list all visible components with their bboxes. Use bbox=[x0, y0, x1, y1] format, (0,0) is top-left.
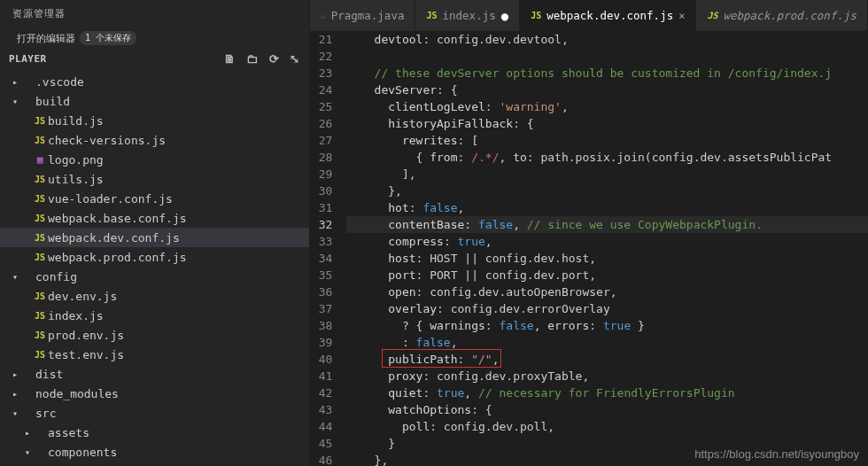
code-line[interactable]: publicPath: "/", bbox=[346, 351, 868, 368]
chevron-icon bbox=[12, 97, 19, 106]
tab-Pragma-java[interactable]: ♨Pragma.java bbox=[310, 0, 416, 31]
code-line[interactable]: historyApiFallback: { bbox=[346, 115, 868, 132]
code-line[interactable]: // these devServer options should be cus… bbox=[346, 65, 868, 82]
collapse-icon[interactable]: ⤡ bbox=[290, 52, 300, 66]
code-line[interactable]: host: HOST || config.dev.host, bbox=[346, 250, 868, 267]
file-vue-loader-conf-js[interactable]: JSvue-loader.conf.js bbox=[0, 189, 309, 208]
file-label: webpack.base.conf.js bbox=[48, 212, 187, 225]
close-icon[interactable]: × bbox=[678, 10, 685, 22]
image-icon: ▦ bbox=[32, 154, 48, 166]
tab-webpack-dev-conf-js[interactable]: JSwebpack.dev.conf.js× bbox=[520, 0, 696, 31]
file-webpack-base-conf-js[interactable]: JSwebpack.base.conf.js bbox=[0, 208, 309, 228]
chevron-icon bbox=[12, 369, 19, 379]
folder-node_modules[interactable]: node_modules bbox=[0, 384, 309, 403]
file-test-env-js[interactable]: JStest.env.js bbox=[0, 345, 309, 364]
line-number: 37 bbox=[319, 300, 333, 317]
new-file-icon[interactable]: 🗎 bbox=[224, 52, 236, 66]
folder-dist[interactable]: dist bbox=[0, 364, 309, 384]
refresh-icon[interactable]: ⟳ bbox=[269, 52, 280, 66]
code-line[interactable]: ? { warnings: false, errors: true } bbox=[346, 317, 868, 334]
file-label: check-versions.js bbox=[48, 134, 166, 147]
file-label: test.env.js bbox=[48, 348, 124, 361]
line-number: 22 bbox=[319, 48, 333, 65]
folder-config[interactable]: config bbox=[0, 267, 309, 286]
code-line[interactable]: port: PORT || config.dev.port, bbox=[346, 267, 868, 283]
code-line[interactable]: open: config.dev.autoOpenBrowser, bbox=[346, 283, 868, 300]
watermark: https://blog.csdn.net/isyoungboy bbox=[694, 447, 859, 461]
js-icon: JS bbox=[32, 291, 48, 301]
chevron-icon bbox=[25, 447, 32, 457]
file-index-js[interactable]: JSindex.js bbox=[0, 306, 309, 325]
file-label: webpack.dev.conf.js bbox=[48, 231, 180, 245]
code-line[interactable]: }, bbox=[346, 183, 868, 199]
tab-bar[interactable]: ♨Pragma.javaJSindex.js●JSwebpack.dev.con… bbox=[310, 0, 868, 31]
file-prod-env-js[interactable]: JSprod.env.js bbox=[0, 325, 309, 345]
code-line[interactable]: poll: config.dev.poll, bbox=[346, 418, 868, 435]
folder-src[interactable]: src bbox=[0, 403, 309, 423]
line-number: 34 bbox=[319, 250, 333, 267]
code-line[interactable]: watchOptions: { bbox=[346, 401, 868, 418]
file-label: dist bbox=[35, 368, 63, 381]
code-line[interactable]: ], bbox=[346, 166, 868, 183]
js-icon: JS bbox=[32, 311, 48, 321]
code-area[interactable]: 2122232425262728293031323334353637383940… bbox=[310, 31, 868, 466]
file-label: src bbox=[35, 407, 56, 420]
file-build-js[interactable]: JSbuild.js bbox=[0, 111, 309, 130]
file-label: build bbox=[35, 95, 70, 108]
code-line[interactable]: devtool: config.dev.devtool, bbox=[346, 31, 868, 48]
code-line[interactable]: contentBase: false, // since we use Copy… bbox=[346, 216, 868, 233]
code-line[interactable]: compress: true, bbox=[346, 233, 868, 250]
file-logo-png[interactable]: ▦logo.png bbox=[0, 150, 309, 169]
js-icon: JS bbox=[32, 252, 48, 262]
line-number: 25 bbox=[319, 98, 333, 115]
tab-index-js[interactable]: JSindex.js● bbox=[415, 0, 520, 31]
code-line[interactable]: devServer: { bbox=[346, 82, 868, 98]
code-line[interactable]: rewrites: [ bbox=[346, 132, 868, 149]
line-number: 31 bbox=[319, 199, 333, 216]
file-check-versions-js[interactable]: JScheck-versions.js bbox=[0, 130, 309, 150]
line-number: 40 bbox=[319, 351, 333, 368]
java-icon: ♨ bbox=[321, 11, 326, 20]
folder-build[interactable]: build bbox=[0, 91, 309, 111]
file-label: config bbox=[35, 270, 77, 283]
file-utils-js[interactable]: JSutils.js bbox=[0, 169, 309, 189]
project-header[interactable]: PLAYER 🗎 🗀 ⟳ ⤡ bbox=[0, 49, 309, 69]
file-webpack-dev-conf-js[interactable]: JSwebpack.dev.conf.js bbox=[0, 228, 309, 247]
folder--vscode[interactable]: .vscode bbox=[0, 72, 309, 91]
file-label: components bbox=[48, 446, 117, 459]
file-webpack-prod-conf-js[interactable]: JSwebpack.prod.conf.js bbox=[0, 247, 309, 267]
folder-components[interactable]: components bbox=[0, 442, 309, 462]
file-label: webpack.prod.conf.js bbox=[48, 251, 187, 264]
new-folder-icon[interactable]: 🗀 bbox=[246, 52, 259, 66]
tab-webpack-prod-conf-js[interactable]: JSwebpack.prod.conf.js bbox=[696, 0, 868, 31]
line-number: 36 bbox=[319, 283, 333, 300]
explorer-sidebar: 资源管理器 打开的编辑器 1 个未保存 PLAYER 🗎 🗀 ⟳ ⤡ .vsco… bbox=[0, 0, 310, 466]
folder-assets[interactable]: assets bbox=[0, 423, 309, 442]
line-number: 24 bbox=[319, 82, 333, 98]
code-line[interactable]: quiet: true, // necessary for FriendlyEr… bbox=[346, 384, 868, 401]
file-label: dev.env.js bbox=[48, 290, 117, 303]
file-tree[interactable]: .vscodebuildJSbuild.jsJScheck-versions.j… bbox=[0, 69, 309, 466]
line-number: 21 bbox=[319, 31, 333, 48]
open-editors-header[interactable]: 打开的编辑器 1 个未保存 bbox=[0, 27, 309, 49]
code-line[interactable]: { from: /.*/, to: path.posix.join(config… bbox=[346, 149, 868, 166]
code-line[interactable]: hot: false, bbox=[346, 199, 868, 216]
tab-label: webpack.prod.conf.js bbox=[723, 9, 856, 22]
js-icon: JS bbox=[32, 350, 48, 360]
unsaved-badge: 1 个未保存 bbox=[80, 31, 136, 45]
chevron-icon bbox=[12, 77, 19, 87]
code-line[interactable]: proxy: config.dev.proxyTable, bbox=[346, 368, 868, 384]
file-label: assets bbox=[48, 426, 89, 439]
code-line[interactable]: overlay: config.dev.errorOverlay bbox=[346, 300, 868, 317]
line-number: 44 bbox=[319, 418, 333, 435]
code-line[interactable]: clientLogLevel: 'warning', bbox=[346, 98, 868, 115]
code-line[interactable]: : false, bbox=[346, 334, 868, 351]
line-number: 30 bbox=[319, 183, 333, 199]
chevron-icon bbox=[12, 389, 19, 399]
line-number: 41 bbox=[319, 368, 333, 384]
code-line[interactable] bbox=[346, 48, 868, 65]
file-label: vue-loader.conf.js bbox=[48, 192, 173, 206]
code-lines[interactable]: devtool: config.dev.devtool, // these de… bbox=[346, 31, 868, 466]
file-dev-env-js[interactable]: JSdev.env.js bbox=[0, 286, 309, 306]
js-icon: JS bbox=[32, 116, 48, 126]
